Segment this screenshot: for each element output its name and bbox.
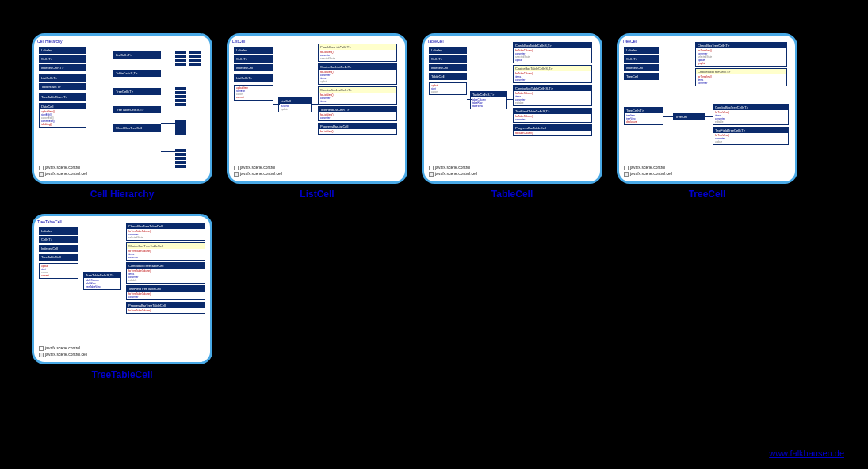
- legend-item: javafx.scene.control.cell: [240, 171, 282, 176]
- card-body: TreeTableCell Labeled Cell<T> IndexedCel…: [32, 214, 212, 364]
- card-corner-label: TreeTableCell: [37, 219, 62, 224]
- card-cell-hierarchy[interactable]: Cell Hierarchy Labeled Cell<T> IndexedCe…: [32, 33, 212, 200]
- footer-link[interactable]: www.falkhausen.de: [769, 448, 844, 458]
- card-corner-label: ListCell: [232, 39, 245, 44]
- card-body: ListCell Labeled Cell<T> IndexedCell Lis…: [227, 33, 407, 184]
- legend-item: javafx.scene.control: [630, 165, 665, 170]
- card-corner-label: Cell Hierarchy: [37, 39, 62, 44]
- legend-item: javafx.scene.control.cell: [630, 171, 672, 176]
- card-caption[interactable]: TableCell: [491, 189, 533, 200]
- legend-item: javafx.scene.control: [45, 345, 80, 350]
- card-tablecell[interactable]: TableCell Labeled Cell<T> IndexedCell Ta…: [422, 33, 602, 200]
- card-body: TableCell Labeled Cell<T> IndexedCell Ta…: [422, 33, 602, 184]
- card-corner-label: TreeCell: [622, 39, 637, 44]
- card-caption[interactable]: TreeCell: [689, 189, 726, 200]
- legend-item: javafx.scene.control: [240, 165, 275, 170]
- legend-item: javafx.scene.control.cell: [45, 352, 87, 357]
- card-caption[interactable]: Cell Hierarchy: [90, 189, 155, 200]
- legend-item: javafx.scene.control: [435, 165, 470, 170]
- card-caption[interactable]: TreeTableCell: [91, 369, 152, 380]
- legend: javafx.scene.control javafx.scene.contro…: [234, 164, 282, 177]
- card-corner-label: TableCell: [427, 39, 444, 44]
- card-treetablecell[interactable]: TreeTableCell Labeled Cell<T> IndexedCel…: [32, 214, 212, 380]
- card-listcell[interactable]: ListCell Labeled Cell<T> IndexedCell Lis…: [227, 33, 407, 200]
- legend: javafx.scene.control javafx.scene.contro…: [39, 164, 87, 177]
- card-body: TreeCell Labeled Cell<T> IndexedCell Tre…: [617, 33, 797, 184]
- legend-item: javafx.scene.control.cell: [435, 171, 477, 176]
- card-body: Cell Hierarchy Labeled Cell<T> IndexedCe…: [32, 33, 212, 184]
- card-caption[interactable]: ListCell: [300, 189, 334, 200]
- diagram-grid: Cell Hierarchy Labeled Cell<T> IndexedCe…: [0, 0, 868, 388]
- legend: javafx.scene.control javafx.scene.contro…: [624, 164, 672, 177]
- legend: javafx.scene.control javafx.scene.contro…: [429, 164, 477, 177]
- legend-item: javafx.scene.control: [45, 165, 80, 170]
- card-treecell[interactable]: TreeCell Labeled Cell<T> IndexedCell Tre…: [617, 33, 797, 200]
- legend-item: javafx.scene.control.cell: [45, 171, 87, 176]
- legend: javafx.scene.control javafx.scene.contro…: [39, 345, 87, 357]
